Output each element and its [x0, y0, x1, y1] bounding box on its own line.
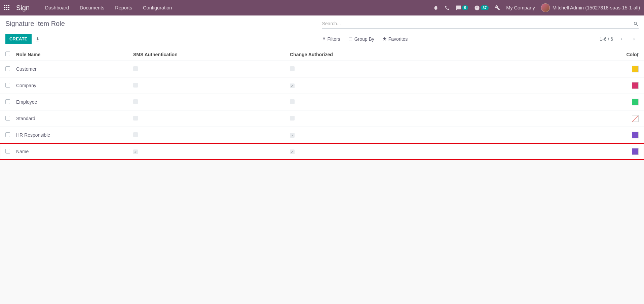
search-container — [322, 19, 639, 29]
nav-item-reports[interactable]: Reports — [110, 5, 138, 10]
user-name-label: Mitchell Admin (15027318-saas-15-1-all) — [553, 5, 640, 10]
apps-launcher-icon[interactable] — [4, 5, 10, 11]
row-checkbox[interactable] — [5, 132, 10, 137]
header-sms[interactable]: SMS Authentication — [133, 52, 290, 57]
nav-right: 5 37 My Company Mitchell Admin (15027318… — [433, 3, 640, 12]
page-title: Signature Item Role — [5, 20, 322, 28]
cell-change-checkbox[interactable] — [290, 99, 295, 104]
pager-value[interactable]: 1-6 / 6 — [600, 36, 613, 42]
cell-role-name: Customer — [16, 66, 133, 72]
control-panel: Signature Item Role CREATE Filters Group… — [0, 15, 644, 48]
cell-change-checkbox[interactable] — [290, 133, 295, 138]
user-avatar-icon — [541, 3, 550, 12]
row-checkbox[interactable] — [5, 116, 10, 121]
groupby-label: Group By — [354, 36, 374, 42]
cell-role-name: Standard — [16, 116, 133, 121]
filters-button[interactable]: Filters — [322, 36, 340, 42]
nav-item-dashboard[interactable]: Dashboard — [40, 5, 74, 10]
cell-change-checkbox[interactable] — [290, 149, 295, 154]
select-all-checkbox[interactable] — [5, 52, 10, 56]
cell-role-name: Company — [16, 83, 133, 88]
header-change[interactable]: Change Authorized — [290, 52, 618, 57]
favorites-label: Favorites — [388, 36, 408, 42]
nav-left: Sign Dashboard Documents Reports Configu… — [4, 4, 177, 12]
svg-point-1 — [637, 54, 638, 55]
color-swatch[interactable] — [632, 99, 639, 105]
groupby-button[interactable]: Group By — [348, 36, 374, 42]
table-row[interactable]: HR Responsible — [0, 127, 644, 143]
main-navbar: Sign Dashboard Documents Reports Configu… — [0, 0, 644, 15]
color-swatch[interactable] — [632, 66, 639, 72]
pager-next-icon[interactable] — [630, 35, 639, 43]
star-icon — [382, 37, 387, 41]
table-body: CustomerCompanyEmployeeStandardHR Respon… — [0, 61, 644, 160]
cell-sms-checkbox[interactable] — [133, 149, 138, 154]
row-checkbox[interactable] — [5, 83, 10, 88]
color-swatch[interactable] — [632, 148, 639, 155]
cell-sms-checkbox[interactable] — [133, 99, 138, 104]
table-header: Role Name SMS Authentication Change Auth… — [0, 48, 644, 61]
cp-buttons: CREATE — [5, 34, 322, 44]
list-icon — [348, 37, 353, 41]
list-view: Role Name SMS Authentication Change Auth… — [0, 48, 644, 160]
table-row[interactable]: Company — [0, 77, 644, 94]
tools-icon[interactable] — [495, 5, 500, 10]
filters-label: Filters — [328, 36, 340, 42]
cell-change-checkbox[interactable] — [290, 116, 295, 121]
cell-change-checkbox[interactable] — [290, 66, 295, 71]
svg-point-0 — [637, 53, 638, 54]
nav-item-documents[interactable]: Documents — [74, 5, 110, 10]
cell-sms-checkbox[interactable] — [133, 66, 138, 71]
messages-icon[interactable]: 5 — [456, 5, 468, 11]
import-icon[interactable] — [35, 36, 40, 42]
color-swatch[interactable] — [632, 82, 639, 89]
cell-sms-checkbox[interactable] — [133, 116, 138, 121]
color-swatch[interactable] — [632, 115, 639, 122]
nav-menu: Dashboard Documents Reports Configuratio… — [40, 5, 177, 10]
filter-icon — [322, 37, 326, 41]
search-input[interactable] — [322, 19, 634, 28]
columns-options-icon[interactable] — [635, 52, 640, 57]
cell-change-checkbox[interactable] — [290, 83, 295, 88]
table-row[interactable]: Customer — [0, 61, 644, 77]
cell-role-name: HR Responsible — [16, 132, 133, 138]
header-role-name[interactable]: Role Name — [16, 52, 133, 57]
cp-toolbar: Filters Group By Favorites — [322, 36, 408, 42]
favorites-button[interactable]: Favorites — [382, 36, 408, 42]
cp-right: Filters Group By Favorites 1-6 / 6 — [322, 35, 639, 43]
cell-role-name: Employee — [16, 99, 133, 105]
cell-role-name: Name — [16, 149, 133, 154]
nav-item-configuration[interactable]: Configuration — [138, 5, 177, 10]
phone-icon[interactable] — [445, 5, 450, 10]
row-checkbox[interactable] — [5, 99, 10, 104]
pager: 1-6 / 6 — [600, 35, 639, 43]
activities-icon[interactable]: 37 — [474, 5, 489, 11]
cell-sms-checkbox[interactable] — [133, 83, 138, 88]
app-brand[interactable]: Sign — [16, 4, 30, 12]
row-checkbox[interactable] — [5, 149, 10, 154]
cell-sms-checkbox[interactable] — [133, 132, 138, 137]
bug-icon[interactable] — [433, 5, 439, 10]
svg-point-2 — [637, 56, 638, 57]
search-icon[interactable] — [633, 21, 639, 26]
messages-badge: 5 — [462, 5, 468, 10]
user-menu[interactable]: Mitchell Admin (15027318-saas-15-1-all) — [541, 3, 640, 12]
pager-prev-icon[interactable] — [617, 35, 626, 43]
table-row[interactable]: Name — [0, 143, 644, 160]
color-swatch[interactable] — [632, 132, 639, 138]
row-checkbox[interactable] — [5, 66, 10, 71]
table-row[interactable]: Employee — [0, 94, 644, 110]
activities-badge: 37 — [481, 5, 489, 10]
table-row[interactable]: Standard — [0, 110, 644, 127]
create-button[interactable]: CREATE — [5, 34, 32, 44]
company-switcher[interactable]: My Company — [506, 5, 535, 10]
